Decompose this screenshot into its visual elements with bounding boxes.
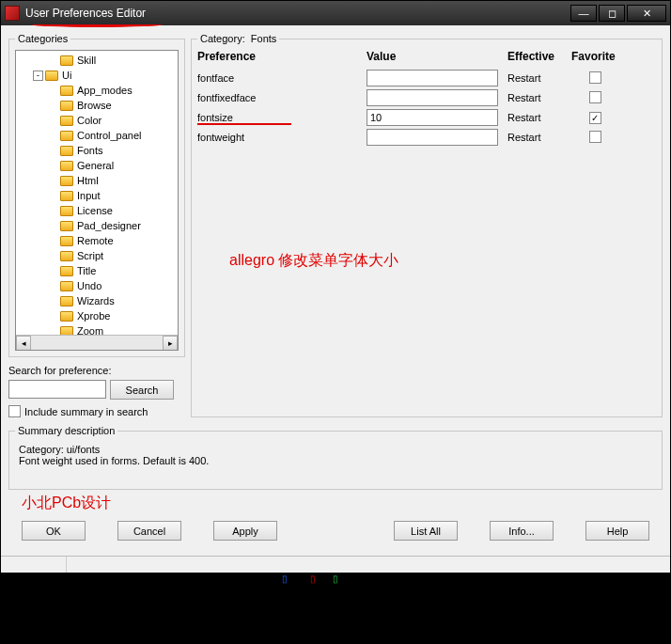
- button-bar: OK Cancel Apply List All Info... Help: [8, 517, 663, 548]
- categories-fieldset: Categories Skill-UiApp_modesBrowseColorC…: [8, 33, 185, 357]
- tree-item-undo[interactable]: Undo: [18, 278, 178, 293]
- tree-item-general[interactable]: General: [18, 158, 178, 173]
- favorite-checkbox-fontface[interactable]: [589, 71, 601, 84]
- folder-icon: [60, 191, 73, 201]
- tree-label[interactable]: Skill: [77, 53, 96, 68]
- tree-label[interactable]: App_modes: [77, 83, 133, 98]
- background-strip: ▯ ▯ ▯: [0, 573, 671, 590]
- scroll-left-button[interactable]: ◂: [16, 336, 31, 351]
- favorite-checkbox-fontfixedface[interactable]: [589, 91, 601, 103]
- tree-item-xprobe[interactable]: Xprobe: [18, 308, 178, 323]
- tree-item-pad_designer[interactable]: Pad_designer: [18, 218, 178, 233]
- status-cell: [1, 557, 67, 573]
- tree-label[interactable]: Html: [77, 173, 99, 188]
- category-legend: Category: Fonts: [197, 33, 279, 44]
- folder-icon: [60, 251, 73, 261]
- tree-label[interactable]: Undo: [77, 278, 101, 293]
- tree-item-app_modes[interactable]: App_modes: [18, 83, 178, 98]
- tree-label[interactable]: Wizards: [77, 293, 115, 308]
- tree-label[interactable]: Color: [77, 113, 101, 128]
- tree-label[interactable]: Pad_designer: [77, 218, 141, 233]
- tree-hscrollbar[interactable]: ◂ ▸: [16, 335, 178, 350]
- summary-fieldset: Summary description Category: ui/fonts F…: [8, 425, 663, 490]
- tree-label[interactable]: Remote: [77, 233, 114, 248]
- cancel-button[interactable]: Cancel: [117, 521, 181, 541]
- favorite-checkbox-fontweight[interactable]: [589, 131, 601, 143]
- favorite-checkbox-fontsize[interactable]: [589, 112, 601, 124]
- client-area: Categories Skill-UiApp_modesBrowseColorC…: [1, 25, 670, 556]
- titlebar[interactable]: User Preferences Editor — ◻ ✕: [1, 1, 670, 25]
- preferences-grid: Preference Value Effective Favorite font…: [197, 50, 656, 146]
- maximize-button[interactable]: ◻: [599, 5, 625, 22]
- tree-item-fonts[interactable]: Fonts: [18, 143, 178, 158]
- folder-icon: [60, 221, 73, 231]
- pref-name-fontweight: fontweight: [197, 132, 367, 143]
- folder-icon: [60, 266, 73, 276]
- summary-legend: Summary description: [15, 425, 117, 436]
- info-button[interactable]: Info...: [490, 521, 554, 541]
- listall-button[interactable]: List All: [394, 521, 458, 541]
- tree-item-remote[interactable]: Remote: [18, 233, 178, 248]
- watermark-text: 小北PCb设计: [22, 494, 663, 513]
- folder-icon: [60, 146, 73, 156]
- tree-item-html[interactable]: Html: [18, 173, 178, 188]
- tree-item-skill[interactable]: Skill: [18, 53, 178, 68]
- effective-fontfixedface: Restart: [507, 92, 571, 103]
- tree-label[interactable]: Input: [77, 188, 100, 203]
- folder-icon: [60, 311, 73, 322]
- scroll-track[interactable]: [31, 336, 163, 350]
- window-title: User Preferences Editor: [25, 7, 146, 20]
- tree-item-control_panel[interactable]: Control_panel: [18, 128, 178, 143]
- search-label: Search for preference:: [8, 365, 185, 376]
- tree-label[interactable]: Ui: [62, 68, 71, 83]
- app-icon: [5, 6, 20, 21]
- ok-button[interactable]: OK: [22, 521, 86, 541]
- help-button[interactable]: Help: [585, 521, 649, 541]
- tree-label[interactable]: Script: [77, 248, 103, 263]
- tree-label[interactable]: Browse: [77, 98, 112, 113]
- folder-icon: [60, 296, 73, 306]
- search-input[interactable]: [8, 380, 106, 399]
- folder-icon: [60, 176, 73, 186]
- pref-name-fontface: fontface: [197, 72, 367, 84]
- value-input-fontweight[interactable]: [367, 129, 498, 146]
- tree-label[interactable]: General: [77, 158, 114, 173]
- tree-label[interactable]: License: [77, 203, 113, 218]
- tree-label[interactable]: Fonts: [77, 143, 103, 158]
- categories-tree[interactable]: Skill-UiApp_modesBrowseColorControl_pane…: [16, 51, 178, 351]
- tree-item-script[interactable]: Script: [18, 248, 178, 263]
- tree-item-license[interactable]: License: [18, 203, 178, 218]
- search-button[interactable]: Search: [110, 380, 174, 400]
- tree-item-browse[interactable]: Browse: [18, 98, 178, 113]
- folder-icon: [60, 131, 73, 141]
- folder-icon: [60, 281, 73, 291]
- minimize-button[interactable]: —: [570, 5, 597, 22]
- close-button[interactable]: ✕: [627, 5, 666, 22]
- col-value: Value: [367, 50, 507, 67]
- folder-icon: [60, 116, 73, 126]
- annotation-underline-fontsize: [197, 123, 291, 125]
- tree-label[interactable]: Title: [77, 263, 96, 278]
- include-summary-checkbox[interactable]: [8, 405, 21, 417]
- value-input-fontface[interactable]: [367, 70, 498, 86]
- tree-label[interactable]: Control_panel: [77, 128, 142, 143]
- value-input-fontsize[interactable]: [367, 109, 498, 126]
- status-bar: [1, 556, 670, 573]
- scroll-right-button[interactable]: ▸: [163, 336, 178, 351]
- tree-container: Skill-UiApp_modesBrowseColorControl_pane…: [15, 50, 179, 351]
- tree-toggle-icon[interactable]: -: [33, 71, 43, 81]
- folder-icon: [60, 236, 73, 246]
- tree-item-title[interactable]: Title: [18, 263, 178, 278]
- apply-button[interactable]: Apply: [213, 521, 277, 541]
- tree-item-color[interactable]: Color: [18, 113, 178, 128]
- tree-item-wizards[interactable]: Wizards: [18, 293, 178, 308]
- col-favorite: Favorite: [571, 50, 618, 67]
- tree-item-input[interactable]: Input: [18, 188, 178, 203]
- summary-body: Font weight used in forms. Default is 40…: [19, 455, 652, 466]
- effective-fontface: Restart: [507, 72, 571, 84]
- categories-legend: Categories: [15, 33, 70, 44]
- tree-item-ui[interactable]: -Ui: [18, 68, 178, 83]
- tree-label[interactable]: Xprobe: [77, 308, 110, 323]
- pref-name-fontsize: fontsize: [197, 112, 367, 123]
- value-input-fontfixedface[interactable]: [367, 89, 498, 106]
